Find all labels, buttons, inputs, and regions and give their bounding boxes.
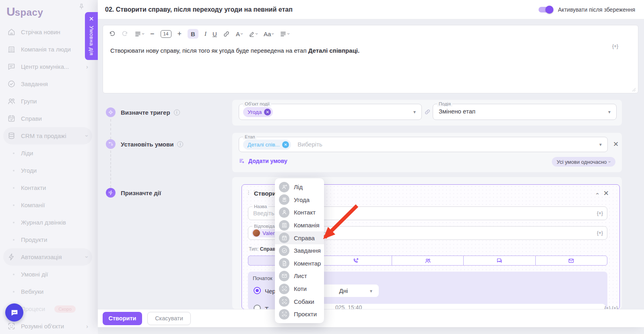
start-label: Початок [253,275,272,281]
smart-object-icon [279,309,289,320]
toggle-knob [545,6,553,14]
create-button[interactable]: Створити [103,312,142,325]
italic-button[interactable]: I [204,31,206,37]
chevron-down-icon: › [607,161,612,163]
undo-icon [109,31,116,37]
stage-field[interactable]: Етап Деталі спів...✕ Виберіть ▼ [239,137,608,152]
field-label: Етап [243,134,256,140]
menu-item-deal[interactable]: Угода [275,194,324,206]
event-field[interactable]: Подія Змінено етап ▼ [433,104,617,120]
trigger-step-label: Визначте тригерi [121,109,180,116]
font-size-value[interactable]: 14 [161,30,171,38]
link-icon [223,31,230,37]
entity-dropdown-menu: Лід Угода Контакт Компанія Справа Завдан… [275,178,324,323]
remove-condition-icon[interactable]: ✕ [613,140,619,148]
chat-widget-button[interactable] [5,303,23,322]
dropdown-caret-icon[interactable]: ▼ [607,110,611,114]
activate-toggle[interactable] [539,7,553,12]
info-icon[interactable]: i [177,141,183,147]
type-row: Тип: Справа [249,246,278,252]
chat-bubble-icon [10,308,19,317]
building-icon [279,220,289,231]
undo-button[interactable] [109,31,116,37]
stage-chip[interactable]: Деталі спів...✕ [243,140,291,150]
phone-outgoing-icon [353,258,359,264]
underline-button[interactable]: U [213,31,217,37]
menu-item-activity[interactable]: Справа [275,231,324,244]
editor-toolbar: › − 14 + B I U A› › Aa› › [103,25,638,42]
insert-token-button[interactable]: {+} [612,43,618,49]
bold-button[interactable]: B [188,29,198,39]
panel-side-tab[interactable]: ✕ Умовна дія [85,12,98,60]
description-editor[interactable]: › − 14 + B I U A› › Aa› › {+} Створювати… [103,25,638,93]
menu-item-letter[interactable]: Лист [275,270,324,282]
menu-item-task[interactable]: Завдання [275,244,324,257]
insert-token-button[interactable]: {+} [597,230,603,236]
menu-item-contact[interactable]: Контакт [275,206,324,219]
chevron-down-icon: › [286,33,291,35]
tab-call[interactable] [320,256,391,266]
check-circle-icon [279,245,289,256]
menu-item-company[interactable]: Компанія [275,219,324,232]
activate-toggle-group: Активувати після збереження [539,6,635,13]
tab-chat[interactable] [463,256,535,266]
page-title: 02. Створити справу, після переходу угод… [105,6,293,13]
line-spacing-button[interactable]: › [134,31,144,37]
tab-email[interactable] [535,256,607,266]
activate-toggle-label: Активувати після збереження [558,6,635,13]
menu-item-lead[interactable]: Лід [275,181,324,194]
field-label: Об'єкт події [243,101,271,107]
close-action-icon[interactable]: ✕ [603,189,609,198]
insert-token-button[interactable]: {+} [597,210,603,216]
envelope-icon [568,258,574,264]
close-icon[interactable]: ✕ [89,16,94,22]
dropdown-caret-icon[interactable]: ▼ [599,142,603,147]
panel-header: 02. Створити справу, після переходу угод… [98,0,644,19]
panel-tab-label: Умовна дія [89,26,95,56]
font-size-decrease-button[interactable]: − [150,30,155,38]
resize-grip-icon[interactable] [632,88,636,92]
add-condition-button[interactable]: Додати умову [239,158,287,164]
chevron-down-icon: › [254,33,260,35]
contact-icon [279,207,289,218]
menu-item-dogs[interactable]: Собаки [275,295,324,308]
event-object-field[interactable]: Об'єкт події Угода✕ ▼ [239,104,422,120]
highlight-button[interactable]: › [249,31,258,37]
text-case-button[interactable]: Aa› [264,31,274,37]
conditions-step-label: Установіть умовиi [121,141,183,148]
actions-step-label: Призначте дії [121,190,161,196]
collapse-icon[interactable]: › [594,193,600,195]
conditions-step-icon [106,139,116,149]
radio-after-delay[interactable] [254,287,261,294]
cancel-button[interactable]: Скасувати [147,312,191,325]
menu-item-cats[interactable]: Коти [275,282,324,295]
app: Uspacy Стрічка новин Компанія та люди › … [0,0,644,334]
menu-item-projects[interactable]: Проєкти [275,308,324,321]
field-label: Назва [252,204,268,209]
document-icon [279,258,289,268]
rail-connector [110,119,111,139]
align-button[interactable]: › [280,31,289,37]
chip-remove-icon[interactable]: ✕ [264,109,271,115]
deal-chip[interactable]: Угода✕ [243,107,273,117]
font-size-increase-button[interactable]: + [178,30,182,38]
dropdown-caret-icon[interactable]: ▼ [413,110,417,114]
lightning-icon [108,190,114,196]
calendar-icon [279,233,289,243]
match-mode-select[interactable]: Усі умови одночасно › [552,157,615,167]
branch-icon [108,141,114,147]
rail-connector [110,151,111,188]
event-value: Змінено етап [439,108,475,115]
redo-button[interactable] [122,31,128,37]
info-icon[interactable]: i [174,109,180,115]
trigger-panel: Об'єкт події Угода✕ ▼ Подія Змінено етап… [232,100,622,126]
chip-remove-icon[interactable]: ✕ [282,141,289,148]
text-color-button[interactable]: A› [236,31,243,37]
tab-meeting[interactable] [392,256,463,266]
link-button[interactable] [223,31,230,37]
editor-text[interactable]: Створювати нову справу, після того як уг… [110,46,359,55]
panel-footer: Створити Скасувати [98,309,644,327]
menu-item-comment[interactable]: Коментар [275,257,324,270]
trigger-step-icon [106,107,116,117]
lead-icon [279,182,289,192]
